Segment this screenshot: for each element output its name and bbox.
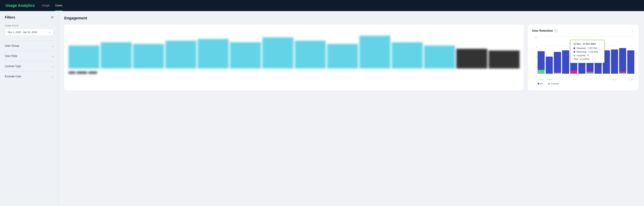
date-range-value: Nov 1, 2023 - Jan 31, 2024 — [8, 31, 37, 34]
bar-returning-4 — [570, 71, 577, 74]
bar-retained-1 — [546, 57, 553, 74]
license-type-filter[interactable]: License Type ⌄ — [5, 61, 54, 71]
chart-legend: Re... Acquired — [532, 83, 634, 85]
license-type-label: License Type — [5, 65, 21, 68]
x-label-5 — [570, 79, 577, 80]
bar-acquired-0 — [538, 70, 545, 74]
retention-title: User Retention i — [532, 29, 558, 33]
bar-group-11[interactable] — [627, 36, 634, 74]
tooltip-returning-row: Returning - 1 (12.5%) — [574, 51, 601, 53]
bar-returning-6 — [586, 71, 594, 73]
bar-acquired-2 — [554, 73, 561, 74]
user-group-filter[interactable]: User Group ⌄ — [5, 41, 54, 51]
tooltip-acquired-row: Acquired - 0 — [574, 54, 601, 57]
close-filters-button[interactable]: ✕ — [51, 15, 54, 19]
legend-retained: Re... — [538, 83, 545, 85]
tooltip-retained-value: Retained - 7 (87.5%) — [576, 47, 597, 50]
retention-tooltip: 11 Dec - 17 Dec 2023 Retained - 7 (87.5%… — [570, 40, 604, 63]
app-header: Usage Analytics Usage Users — [0, 0, 644, 11]
legend-acquired: Acquired — [548, 83, 559, 85]
exclude-user-label: Exclude User — [5, 75, 21, 78]
legend-acquired-label: Acquired — [551, 83, 559, 85]
bar-acquired-10 — [619, 73, 626, 74]
y-label-9: 9 — [532, 46, 537, 48]
bar-retained-0 — [538, 51, 545, 70]
x-label-9 — [603, 79, 610, 80]
legend-acquired-dot — [548, 83, 550, 85]
retention-info-icon[interactable]: i — [554, 29, 558, 32]
x-label-8 — [594, 79, 602, 80]
main-content: Engagement — [59, 11, 644, 206]
y-label-12: 12 — [532, 36, 537, 38]
x-label-10: 08 Jan — [611, 79, 618, 80]
tooltip-retained-dot — [574, 47, 575, 49]
bar-acquired-6 — [586, 73, 594, 74]
x-label-4 — [562, 79, 569, 80]
exclude-user-chevron-icon: ⌄ — [52, 75, 54, 78]
retention-more-icon[interactable]: ⋮ — [630, 29, 634, 33]
date-range-dropdown[interactable]: Nov 1, 2023 - Jan 31, 2024 ⌄ — [5, 29, 54, 36]
bar-retained-10 — [619, 48, 626, 71]
date-dropdown-chevron-icon: ⌄ — [49, 31, 51, 34]
x-label-11 — [619, 79, 626, 80]
retention-header: User Retention i ⋮ — [532, 29, 634, 33]
user-role-filter[interactable]: User Role ⌄ — [5, 51, 54, 61]
main-nav: Usage Users — [42, 0, 62, 11]
main-layout: Filters ✕ Usage Period Nov 1, 2023 - Jan… — [0, 11, 644, 206]
tooltip-returning-dot — [574, 51, 575, 53]
tooltip-date: 11 Dec - 17 Dec 2023 — [574, 43, 601, 45]
bar-group-0[interactable] — [538, 36, 545, 74]
user-role-label: User Role — [5, 55, 17, 58]
filters-sidebar: Filters ✕ Usage Period Nov 1, 2023 - Jan… — [0, 11, 59, 206]
bar-returning-10 — [619, 71, 626, 73]
x-label-12: 22 Jan — [627, 79, 634, 80]
user-group-chevron-icon: ⌄ — [52, 45, 54, 47]
bar-group-1[interactable] — [546, 36, 553, 74]
x-label-1: 30 Oct — [538, 79, 545, 80]
app-title: Usage Analytics — [6, 3, 35, 8]
y-axis: 12 9 6 3 0 — [532, 36, 537, 78]
bar-group-10[interactable] — [619, 36, 626, 74]
engagement-chart-card — [64, 25, 524, 90]
usage-period-label: Usage Period — [5, 24, 54, 27]
license-type-chevron-icon: ⌄ — [52, 65, 54, 68]
bar-group-3[interactable] — [562, 36, 569, 74]
bar-retained-2 — [554, 52, 561, 72]
retention-card: User Retention i ⋮ 12 — [528, 25, 638, 90]
bar-group-2[interactable] — [554, 36, 561, 74]
exclude-user-filter[interactable]: Exclude User ⌄ — [5, 71, 54, 81]
nav-usage[interactable]: Usage — [42, 0, 50, 11]
user-role-chevron-icon: ⌄ — [52, 55, 54, 57]
tooltip-retained-row: Retained - 7 (87.5%) — [574, 47, 601, 50]
bar-group-9[interactable] — [611, 36, 618, 74]
legend-retained-label: Re... — [540, 83, 545, 85]
y-label-0: 0 — [532, 76, 537, 78]
nav-users[interactable]: Users — [55, 0, 62, 11]
y-label-3: 3 — [532, 66, 537, 68]
blurred-chart — [68, 36, 520, 90]
blurred-bars — [68, 36, 520, 70]
x-label-6 — [578, 79, 586, 80]
retention-bar-chart: 12 9 6 3 0 11 Dec - 17 Dec 2023 Retained — [532, 36, 634, 78]
bar-retained-11 — [627, 50, 634, 74]
bar-retained-9 — [611, 50, 618, 74]
tooltip-total: Total - 8 (100%) — [574, 58, 601, 60]
tooltip-returning-value: Returning - 1 (12.5%) — [576, 51, 598, 53]
sidebar-title: Filters — [5, 16, 15, 19]
sidebar-header: Filters ✕ — [5, 15, 54, 19]
charts-row: User Retention i ⋮ 12 — [64, 25, 638, 90]
y-label-6: 6 — [532, 56, 537, 58]
x-label-3 — [554, 79, 561, 80]
user-group-label: User Group — [5, 44, 19, 47]
tooltip-acquired-dot — [574, 55, 575, 56]
content-title: Engagement — [64, 16, 638, 21]
x-axis: 30 Oct 13 Nov nc 08 Jan 22 Jan — [532, 79, 634, 80]
x-label-2: 13 Nov — [546, 79, 553, 80]
bar-retained-3 — [562, 50, 569, 74]
tooltip-acquired-value: Acquired - 0 — [576, 54, 589, 57]
legend-retained-dot — [538, 83, 539, 85]
x-label-7: nc — [586, 79, 594, 80]
